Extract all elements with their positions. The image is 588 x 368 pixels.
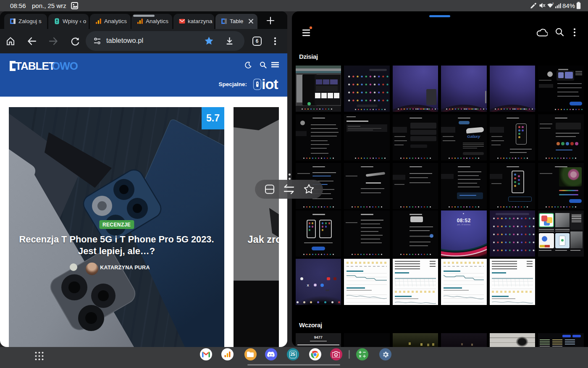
svg-text:6: 6	[552, 2, 554, 5]
svg-text:iot: iot	[262, 76, 278, 90]
svg-text:TABLET: TABLET	[15, 60, 55, 72]
svg-text:OWO: OWO	[52, 60, 78, 72]
